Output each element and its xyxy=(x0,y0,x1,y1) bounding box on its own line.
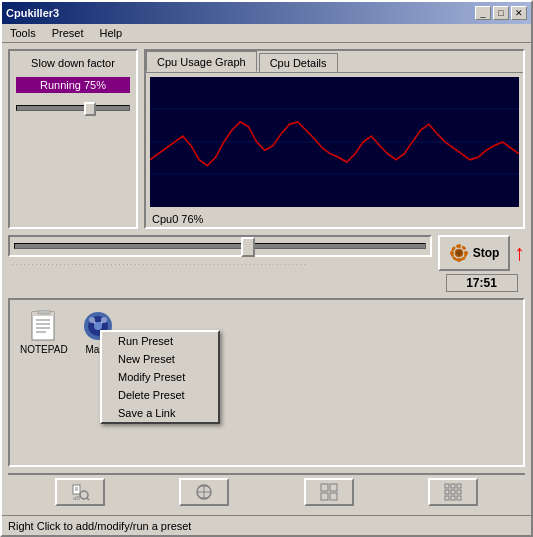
cpu-graph-panel: Cpu Usage Graph Cpu Details C xyxy=(144,49,525,229)
svg-rect-46 xyxy=(451,490,455,494)
notepad-svg-icon xyxy=(28,310,60,342)
stop-button[interactable]: Stop xyxy=(438,235,510,271)
svg-point-7 xyxy=(457,258,461,262)
slow-down-panel: Slow down factor Running 75% xyxy=(8,49,138,229)
preset-icons-list: NOTEPAD Mai... xyxy=(10,300,523,365)
tab-bar: Cpu Usage Graph Cpu Details xyxy=(146,51,523,73)
svg-point-12 xyxy=(452,257,455,260)
svg-rect-21 xyxy=(38,310,50,314)
svg-rect-40 xyxy=(321,493,328,500)
context-menu-modify-preset[interactable]: Modify Preset xyxy=(102,368,218,386)
status-bar: Right Click to add/modify/run a preset xyxy=(2,515,531,535)
window-controls: _ □ ✕ xyxy=(475,6,527,20)
context-menu-new-preset[interactable]: New Preset xyxy=(102,350,218,368)
svg-rect-44 xyxy=(457,484,461,488)
gear-icon xyxy=(449,243,469,263)
tab-cpu-usage-graph[interactable]: Cpu Usage Graph xyxy=(146,51,257,72)
toolbar-icon-1: aB xyxy=(70,482,90,502)
svg-rect-50 xyxy=(457,496,461,500)
slow-down-title: Slow down factor xyxy=(31,57,115,69)
svg-rect-38 xyxy=(321,484,328,491)
svg-text:aB: aB xyxy=(73,495,80,501)
title-bar: Cpukiller3 _ □ ✕ xyxy=(2,2,531,24)
context-menu-save-link[interactable]: Save a Link xyxy=(102,404,218,422)
minimize-button[interactable]: _ xyxy=(475,6,491,20)
bottom-toolbar: aB xyxy=(8,473,525,509)
context-menu: Run Preset New Preset Modify Preset Dele… xyxy=(100,330,220,424)
slider-thumb-main[interactable] xyxy=(241,237,255,257)
toolbar-btn-4[interactable] xyxy=(428,478,478,506)
slider-row: ........................................… xyxy=(8,235,525,292)
slow-slider-area xyxy=(16,105,130,111)
main-window: Cpukiller3 _ □ ✕ Tools Preset Help Slow … xyxy=(0,0,533,537)
svg-rect-45 xyxy=(445,490,449,494)
preset-area[interactable]: NOTEPAD Mai... xyxy=(8,298,525,467)
toolbar-icon-3 xyxy=(319,482,339,502)
toolbar-btn-3[interactable] xyxy=(304,478,354,506)
menu-preset[interactable]: Preset xyxy=(48,26,88,40)
cpu-graph-svg xyxy=(150,77,519,207)
slow-slider-thumb[interactable] xyxy=(84,102,96,116)
main-slider-track[interactable] xyxy=(8,235,432,257)
time-display: 17:51 xyxy=(446,274,518,292)
svg-point-26 xyxy=(94,322,102,330)
toolbar-btn-2[interactable] xyxy=(179,478,229,506)
arrow-up-icon: ↑ xyxy=(510,240,525,266)
preset-icon-notepad[interactable]: NOTEPAD xyxy=(18,308,70,357)
svg-point-8 xyxy=(450,251,454,255)
cpu-label: Cpu0 76% xyxy=(146,211,523,227)
toolbar-btn-1[interactable]: aB xyxy=(55,478,105,506)
tab-cpu-details[interactable]: Cpu Details xyxy=(259,53,338,72)
menu-bar: Tools Preset Help xyxy=(2,24,531,43)
stop-label: Stop xyxy=(473,246,500,260)
context-menu-run-preset[interactable]: Run Preset xyxy=(102,332,218,350)
slider-inner xyxy=(14,243,426,249)
menu-help[interactable]: Help xyxy=(95,26,126,40)
menu-tools[interactable]: Tools xyxy=(6,26,40,40)
slider-container: ........................................… xyxy=(8,235,432,292)
svg-point-9 xyxy=(464,251,468,255)
context-menu-delete-preset[interactable]: Delete Preset xyxy=(102,386,218,404)
svg-rect-41 xyxy=(330,493,337,500)
dots-indicator: ........................................… xyxy=(8,259,432,266)
maximize-button[interactable]: □ xyxy=(493,6,509,20)
svg-rect-42 xyxy=(445,484,449,488)
svg-point-10 xyxy=(452,247,455,250)
svg-point-6 xyxy=(457,244,461,248)
cpu-graph-area xyxy=(150,77,519,207)
svg-line-33 xyxy=(87,498,89,500)
svg-rect-49 xyxy=(451,496,455,500)
toolbar-icon-4 xyxy=(443,482,463,502)
top-section: Slow down factor Running 75% Cpu Usage G… xyxy=(8,49,525,229)
running-badge: Running 75% xyxy=(16,77,130,93)
svg-rect-48 xyxy=(445,496,449,500)
svg-rect-39 xyxy=(330,484,337,491)
main-content: Slow down factor Running 75% Cpu Usage G… xyxy=(2,43,531,515)
svg-rect-47 xyxy=(457,490,461,494)
stop-button-row: Stop ↑ xyxy=(438,235,525,271)
notepad-label: NOTEPAD xyxy=(20,344,68,355)
window-title: Cpukiller3 xyxy=(6,7,59,19)
slow-slider-track[interactable] xyxy=(16,105,130,111)
svg-point-27 xyxy=(89,317,95,323)
toolbar-icon-2 xyxy=(194,482,214,502)
svg-point-11 xyxy=(462,247,465,250)
svg-rect-43 xyxy=(451,484,455,488)
svg-point-32 xyxy=(80,491,88,499)
close-button[interactable]: ✕ xyxy=(511,6,527,20)
status-text: Right Click to add/modify/run a preset xyxy=(8,520,191,532)
svg-rect-15 xyxy=(32,312,54,340)
stop-area: Stop ↑ 17:51 xyxy=(438,235,525,292)
svg-point-13 xyxy=(462,257,465,260)
svg-point-14 xyxy=(456,250,462,256)
svg-point-28 xyxy=(101,317,107,323)
